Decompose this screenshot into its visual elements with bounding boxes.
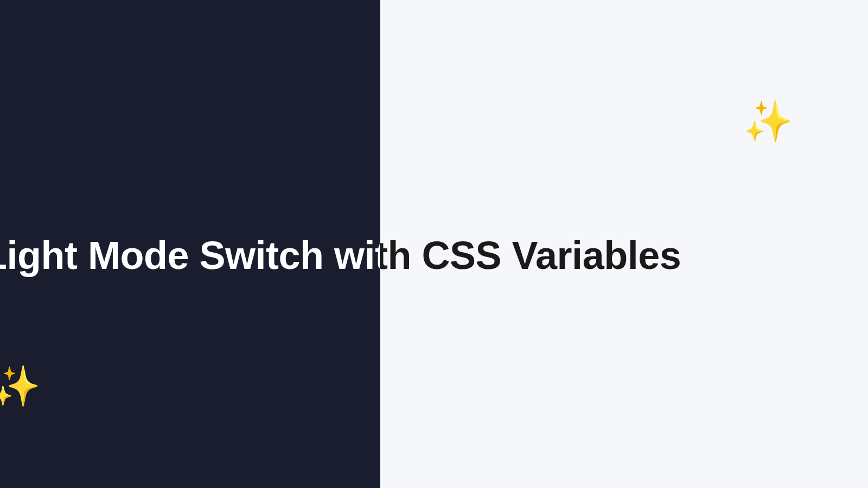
sparkle-icon: ✨	[743, 98, 793, 145]
sparkle-icon: ✨	[0, 363, 41, 409]
